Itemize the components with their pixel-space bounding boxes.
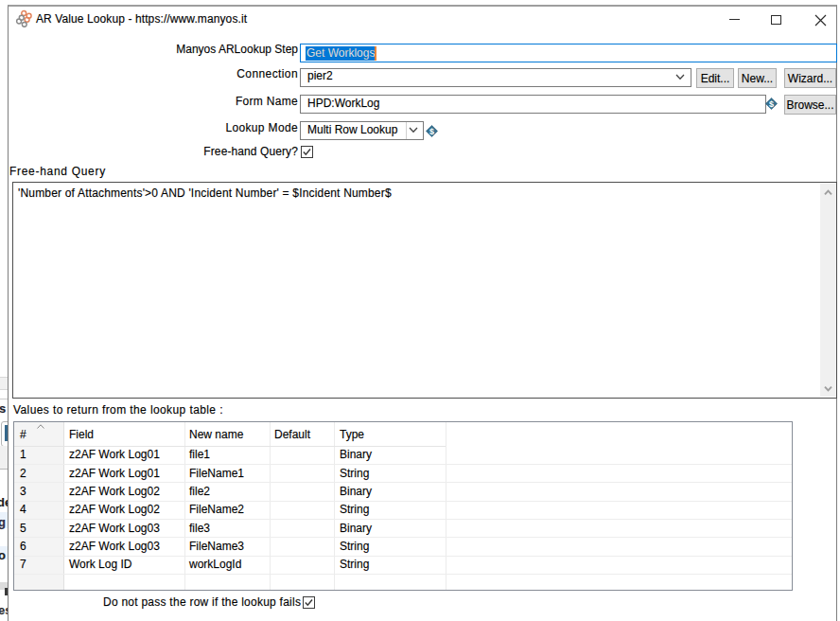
- svg-text:$: $: [429, 127, 434, 136]
- svg-text:$: $: [769, 98, 774, 108]
